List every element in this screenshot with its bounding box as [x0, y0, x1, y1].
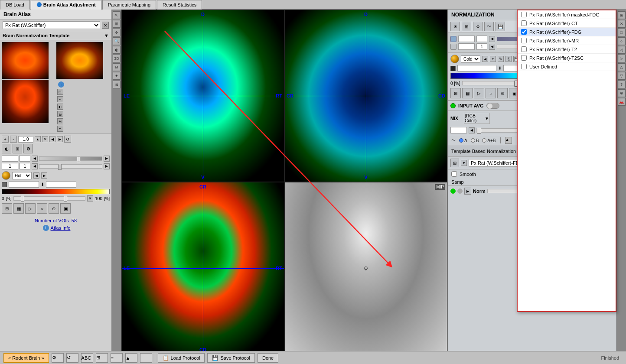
rsb-btn-5[interactable]: ▷ [618, 55, 626, 62]
contrast-btn[interactable]: ◐ [2, 144, 11, 153]
zoom-out-btn[interactable]: - [10, 136, 17, 143]
dropdown-check-3[interactable] [521, 29, 527, 35]
slice-thumb-1[interactable] [77, 156, 80, 162]
dropdown-check-1[interactable] [521, 12, 527, 17]
tab-brain-atlas-adjustment[interactable]: 🔵 Brain Atlas Adjustment [31, 0, 101, 10]
voi-info-icon[interactable]: i [43, 225, 49, 231]
norm-tool-settings[interactable]: ⚙ [473, 22, 483, 31]
mix-dropdown[interactable]: (RGB Color) ▼ [464, 113, 490, 124]
slice-prev-btn[interactable]: ◀ [32, 156, 38, 162]
icon-btn-6[interactable]: ▣ [60, 203, 71, 214]
rsb-btn-6[interactable]: △ [618, 63, 626, 71]
slice-num-input[interactable]: 60 [2, 155, 18, 162]
norm-icon-3[interactable]: ▷ [474, 88, 484, 98]
dropdown-check-4[interactable] [521, 38, 527, 43]
slice-next-btn[interactable]: ▶ [104, 156, 110, 162]
norm-colormap-edit[interactable]: ✎ [498, 56, 504, 62]
rsb-btn-2[interactable]: □ [618, 29, 626, 36]
slice-thumb-2[interactable] [58, 164, 62, 170]
grid-btn[interactable]: ⊞ [13, 144, 22, 153]
zoom-input[interactable] [18, 136, 33, 143]
rsb-btn-3[interactable]: ○ [618, 37, 626, 45]
norm-tool-save[interactable]: 💾 [496, 22, 505, 31]
radio-wave[interactable]: 〜 [451, 137, 456, 143]
norm-val-1[interactable]: 32 [458, 36, 475, 42]
scan-view-coronal[interactable]: D LE RT V [121, 10, 284, 182]
dropdown-item-7[interactable]: User Defined [518, 62, 616, 71]
colormap-next[interactable]: ▶ [41, 172, 47, 179]
atlas-info-link[interactable]: Atlas Info [51, 225, 71, 231]
vtool-3d[interactable]: 3D [113, 55, 121, 62]
icon-btn-3[interactable]: ▷ [25, 203, 36, 214]
input-avg-toggle[interactable] [486, 103, 499, 109]
slice-prev-btn-2[interactable]: ◀ [32, 163, 38, 169]
vtool-contrast[interactable]: ◐ [113, 46, 121, 54]
dropdown-item-2[interactable]: Px Rat (W.Schiffer)-CT [518, 19, 616, 28]
norm-tool-sun[interactable]: ☀ [450, 22, 460, 31]
done-button[interactable]: Done [258, 353, 278, 363]
rsb-btn-9[interactable]: ⊕ [618, 89, 626, 97]
load-protocol-button[interactable]: 📋 Load Protocol [158, 353, 205, 363]
radio-item-b[interactable]: B [471, 138, 479, 143]
norm-colormap-add[interactable]: + [490, 56, 496, 62]
nav-prev-btn[interactable]: ◀ [49, 136, 55, 142]
mix-prev-btn[interactable]: ◀ [469, 127, 475, 133]
scan-view-mip[interactable]: MIP + [284, 182, 447, 354]
range-thumb-left[interactable] [21, 196, 24, 202]
tool-btn-7[interactable] [140, 353, 152, 363]
vtool-grid[interactable]: ⊠ [113, 81, 121, 88]
radio-up-btn[interactable]: ▲ [505, 137, 512, 144]
icon-btn-2[interactable]: ▦ [13, 203, 24, 214]
norm-step-1[interactable]: 1 [476, 36, 487, 42]
norm-step-2[interactable] [476, 43, 487, 50]
rsb-btn-1[interactable]: ⊞ [618, 11, 626, 19]
smooth-checkbox[interactable] [451, 171, 457, 177]
max-value-input[interactable]: 2.385551 [46, 181, 76, 188]
save-protocol-button[interactable]: 💾 Save Protocol [207, 353, 254, 363]
tool-btn-5[interactable]: ≡ [111, 353, 123, 363]
tool-btn-3[interactable]: ABC [81, 353, 93, 363]
vtool-star[interactable]: ✦ [113, 72, 121, 80]
tool-btn-1[interactable]: ⚙ [52, 353, 64, 363]
image-tool-4[interactable]: 🖨 [57, 111, 63, 117]
vtool-select[interactable]: ↖ [113, 11, 121, 19]
rsb-btn-close[interactable]: ✕ [618, 20, 626, 28]
mix-thumb[interactable] [477, 128, 481, 134]
refresh-btn[interactable]: ↺ [64, 136, 71, 143]
norm-colormap-prev[interactable]: ◀ [482, 56, 488, 62]
norm-play-btn[interactable]: ▶ [464, 188, 471, 195]
rsb-btn-8[interactable]: ? [618, 81, 626, 88]
vtool-m[interactable]: M [113, 63, 121, 71]
dropdown-check-6[interactable] [521, 55, 527, 61]
template-dropdown-btn[interactable]: ▼ [461, 160, 467, 166]
atlas-close-button[interactable]: ✕ [102, 22, 109, 29]
norm-prev-slice-2[interactable]: ◀ [489, 44, 495, 50]
norm-val-2[interactable]: 1 [458, 43, 475, 50]
mix-value-input[interactable]: 0.0 [450, 127, 467, 133]
slice-num-input-2[interactable] [2, 163, 18, 169]
dropdown-item-3[interactable]: Px Rat (W.Schiffer)-FDG [518, 28, 616, 36]
icon-btn-5[interactable]: ⊙ [49, 203, 59, 214]
norm-icon-1[interactable]: ⊞ [450, 88, 461, 98]
radio-item-a[interactable]: A [459, 138, 467, 143]
zoom-in-btn[interactable]: + [2, 136, 9, 143]
dropdown-check-2[interactable] [521, 20, 527, 26]
atlas-select[interactable]: Px Rat (W.Schiffer) [3, 21, 100, 29]
brain-norm-collapse-button[interactable]: ▼ [104, 33, 109, 38]
image-tool-6[interactable]: ✦ [57, 126, 63, 132]
vtool-window[interactable]: ⊞ [113, 20, 121, 28]
norm-prev-slice[interactable]: ◀ [489, 36, 495, 42]
scan-view-axial[interactable]: D CR CD V [284, 10, 447, 182]
settings-btn[interactable]: ⚙ [23, 144, 33, 153]
tab-result-statistics[interactable]: Result Statistics [157, 0, 202, 10]
nav-close-btn[interactable]: ✕ [42, 136, 48, 142]
image-tool-3[interactable]: ◐ [57, 104, 63, 110]
rsb-btn-10[interactable]: 🚗 [618, 98, 626, 106]
tool-btn-4[interactable]: ⊞ [96, 353, 108, 363]
range-slider[interactable] [13, 196, 86, 201]
nav-up-btn[interactable]: ▲ [35, 136, 41, 142]
norm-colormap-select[interactable]: Cold Hot [461, 55, 480, 63]
tab-parametric-mapping[interactable]: Parametric Mapping [102, 0, 156, 10]
slice-slider-1[interactable] [39, 156, 102, 161]
image-tool-1[interactable]: ⊞ [57, 89, 63, 95]
